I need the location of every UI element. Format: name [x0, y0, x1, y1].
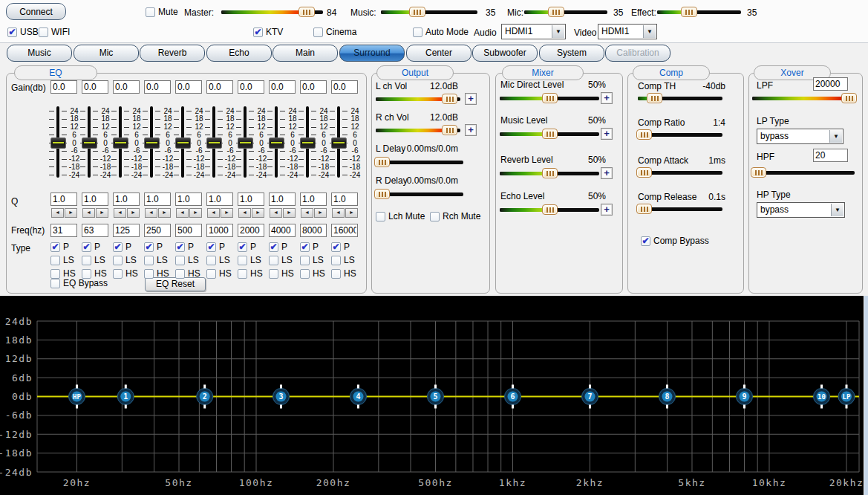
comp-comp-th-slider-thumb[interactable]	[647, 93, 662, 103]
eq-band-10-q-spin-right-icon[interactable]: ►	[345, 208, 358, 218]
connect-button[interactable]: Connect	[6, 3, 66, 20]
eq-band-4-type-hs-checkbox-box[interactable]	[144, 269, 154, 279]
ktv-checkbox-box[interactable]: ✔	[253, 28, 263, 37]
eq-band-8-type-p-checkbox[interactable]: ✔P	[269, 242, 287, 252]
eq-band-5-type-ls-checkbox[interactable]: LS	[175, 255, 199, 265]
eq-band-2-slider-thumb[interactable]	[82, 138, 97, 149]
video-select[interactable]: HDMI1▼	[598, 24, 657, 39]
eq-band-8-type-hs-checkbox[interactable]: HS	[269, 268, 294, 279]
eq-band-10-q-input[interactable]	[331, 192, 358, 206]
eq-band-2-q-input[interactable]	[82, 192, 108, 206]
eq-band-2-type-ls-checkbox-box[interactable]	[82, 256, 91, 265]
eq-band-10-type-hs-checkbox-box[interactable]	[331, 269, 341, 279]
eq-band-5-q-spin-right-icon[interactable]: ►	[189, 208, 202, 218]
eq-marker-3[interactable]: 3	[273, 385, 289, 409]
eq-band-2-type-hs-checkbox-box[interactable]	[82, 269, 91, 279]
eq-band-6-type-hs-checkbox[interactable]: HS	[206, 268, 232, 279]
eq-band-9-q-spin-right-icon[interactable]: ►	[314, 208, 327, 218]
effect-slider-thumb[interactable]	[681, 7, 697, 17]
eq-band-3-gain-input[interactable]	[113, 80, 140, 94]
tab-mic[interactable]: Mic	[74, 45, 139, 62]
eq-band-5-type-ls-checkbox-box[interactable]	[175, 256, 185, 265]
eq-band-6-slider-thumb[interactable]	[206, 138, 222, 149]
eq-band-1-type-ls-checkbox-box[interactable]	[50, 256, 60, 265]
eq-band-6-type-ls-checkbox-box[interactable]	[206, 256, 216, 265]
eq-band-8-type-hs-checkbox-box[interactable]	[269, 269, 278, 279]
hpf-slider-thumb[interactable]	[751, 167, 766, 178]
eq-band-2-gain-input[interactable]	[82, 80, 108, 94]
eq-band-6-freq-input[interactable]	[206, 224, 233, 237]
eq-band-5-type-hs-checkbox[interactable]: HS	[175, 268, 200, 279]
eq-band-2-q-spin-left-icon[interactable]: ◄	[82, 208, 95, 218]
eq-marker-7[interactable]: 7	[582, 385, 598, 409]
eq-marker-HP[interactable]: HP	[69, 385, 85, 409]
eq-band-1-gain-input[interactable]	[50, 80, 77, 94]
lp-type-select-arrow-icon[interactable]: ▼	[829, 130, 842, 143]
eq-marker-10[interactable]: 10	[814, 385, 830, 409]
eq-band-4-type-p-checkbox-box[interactable]: ✔	[144, 242, 154, 252]
output-r-ch-vol-plus-button[interactable]: +	[465, 124, 477, 136]
rch-mute-checkbox[interactable]: Rch Mute	[430, 211, 480, 221]
eq-band-9-type-p-checkbox-box[interactable]: ✔	[300, 242, 310, 252]
tab-subwoofer[interactable]: Subwoofer	[472, 45, 538, 62]
eq-band-8-q-input[interactable]	[269, 192, 296, 206]
eq-band-5-type-p-checkbox-box[interactable]: ✔	[175, 242, 185, 252]
comp-comp-release-slider-thumb[interactable]	[636, 204, 652, 214]
eq-marker-4[interactable]: 4	[350, 385, 366, 409]
comp-comp-ratio-slider-thumb[interactable]	[636, 129, 652, 140]
eq-band-3-freq-input[interactable]	[113, 224, 140, 237]
comp-comp-attack-slider-thumb[interactable]	[636, 167, 652, 178]
eq-band-7-slider-thumb[interactable]	[238, 138, 253, 149]
mixer-mic-direct-level-slider-thumb[interactable]	[542, 93, 558, 103]
eq-band-2-type-p-checkbox-box[interactable]: ✔	[82, 242, 91, 252]
eq-band-10-type-p-checkbox-box[interactable]: ✔	[331, 242, 341, 252]
mixer-reverb-level-slider-thumb[interactable]	[542, 168, 558, 178]
tab-surround[interactable]: Surround	[339, 45, 405, 62]
eq-band-10-gain-input[interactable]	[331, 80, 358, 94]
eq-band-5-q-spin-left-icon[interactable]: ◄	[176, 208, 189, 218]
eq-marker-LP[interactable]: LP	[838, 385, 855, 409]
eq-band-9-type-ls-checkbox[interactable]: LS	[300, 255, 324, 265]
eq-band-2-q-spin-right-icon[interactable]: ►	[96, 208, 108, 218]
eq-band-8-q-spin-left-icon[interactable]: ◄	[270, 208, 282, 218]
mic-slider-thumb[interactable]	[548, 7, 564, 17]
eq-band-9-type-hs-checkbox-box[interactable]	[300, 269, 310, 279]
eq-band-7-type-hs-checkbox-box[interactable]	[238, 269, 247, 279]
eq-band-10-freq-input[interactable]	[331, 224, 358, 237]
eq-bypass-checkbox[interactable]: EQ Bypass	[50, 278, 108, 288]
eq-band-9-q-spin-left-icon[interactable]: ◄	[301, 208, 313, 218]
eq-band-8-type-ls-checkbox-box[interactable]	[269, 256, 278, 265]
mute-checkbox[interactable]: Mute	[146, 7, 178, 17]
eq-band-1-freq-input[interactable]	[50, 224, 77, 237]
eq-band-2-type-ls-checkbox[interactable]: LS	[82, 255, 105, 265]
eq-marker-6[interactable]: 6	[504, 385, 521, 409]
hp-type-select[interactable]: bypass▼	[757, 202, 845, 218]
eq-band-5-slider-thumb[interactable]	[175, 138, 191, 149]
usb-checkbox-box[interactable]: ✔	[7, 28, 17, 37]
eq-band-1-type-p-checkbox-box[interactable]: ✔	[50, 242, 60, 252]
comp-bypass-checkbox[interactable]: ✔Comp Bypass	[641, 236, 709, 246]
output-l-ch-vol-slider-thumb[interactable]	[442, 94, 457, 104]
eq-band-2-freq-input[interactable]	[82, 224, 108, 237]
eq-band-4-type-ls-checkbox-box[interactable]	[144, 256, 154, 265]
rch-mute-checkbox-box[interactable]	[430, 212, 440, 221]
eq-band-6-type-p-checkbox[interactable]: ✔P	[206, 242, 225, 252]
mixer-mic-direct-level-plus-button[interactable]: +	[601, 92, 613, 104]
hp-type-select-arrow-icon[interactable]: ▼	[831, 204, 843, 216]
master-slider-thumb[interactable]	[298, 7, 315, 17]
video-select-arrow-icon[interactable]: ▼	[643, 25, 656, 38]
audio-select[interactable]: HDMI1▼	[501, 24, 566, 39]
eq-band-7-type-ls-checkbox[interactable]: LS	[238, 255, 261, 265]
tab-main[interactable]: Main	[273, 45, 338, 62]
eq-band-3-type-p-checkbox[interactable]: ✔P	[113, 242, 131, 252]
eq-band-2-type-hs-checkbox[interactable]: HS	[82, 268, 107, 279]
music-slider-thumb[interactable]	[409, 7, 425, 17]
eq-band-4-q-spin-right-icon[interactable]: ►	[158, 208, 171, 218]
eq-band-8-gain-input[interactable]	[269, 80, 296, 94]
eq-band-4-type-p-checkbox[interactable]: ✔P	[144, 242, 163, 252]
eq-reset-button[interactable]: EQ Reset	[145, 277, 206, 291]
eq-band-9-type-ls-checkbox-box[interactable]	[300, 256, 310, 265]
eq-band-4-type-hs-checkbox[interactable]: HS	[144, 268, 169, 279]
eq-band-4-type-ls-checkbox[interactable]: LS	[144, 255, 168, 265]
eq-band-3-type-hs-checkbox[interactable]: HS	[113, 268, 138, 279]
